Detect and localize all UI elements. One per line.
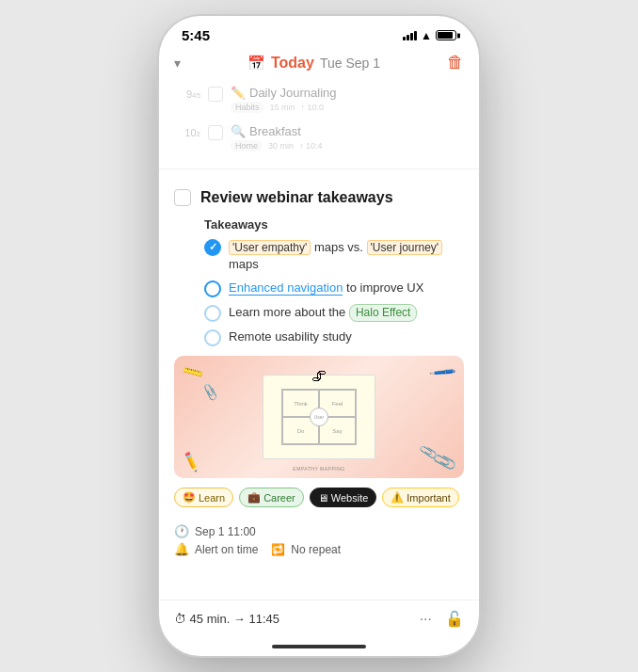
empathy-map: 🖇 Think Feel Do Say User EMPATHY MAPPING bbox=[263, 375, 375, 459]
task-duration: 30 min bbox=[268, 141, 294, 151]
tag-highlight: 'User empathy' bbox=[229, 240, 311, 255]
tags-row: 🤩 Learn 💼 Career 🖥 Website ⚠️ Important bbox=[174, 488, 464, 507]
scroll-content: 945 ✏️ Daily Journaling Habits 15 min ↑ … bbox=[159, 80, 479, 600]
task-time: 945 bbox=[174, 88, 200, 101]
enhanced-navigation-link[interactable]: Enhanced navigation bbox=[229, 280, 343, 296]
bar4 bbox=[414, 31, 417, 40]
task-tag: Habits bbox=[231, 102, 264, 113]
list-item: Remote usability study bbox=[178, 328, 460, 346]
date-row: 🕐 Sep 1 11:00 bbox=[174, 524, 464, 538]
check-outline-light-icon[interactable] bbox=[204, 305, 221, 322]
check-outline-light-icon[interactable] bbox=[204, 329, 221, 346]
more-options-icon[interactable]: ··· bbox=[420, 611, 432, 628]
takeaway-text: Learn more about the Halo Effect bbox=[229, 304, 417, 322]
main-task-header: Review webinar takeaways bbox=[174, 188, 464, 208]
task-time: 102 bbox=[174, 126, 200, 139]
takeaway-text: 'User empathy' maps vs. 'User journey' m… bbox=[229, 239, 460, 273]
deco-pencil: 📏 bbox=[181, 360, 206, 384]
takeaways-section: Takeaways ✓ 'User empathy' maps vs. 'Use… bbox=[174, 217, 464, 346]
calendar-icon: 📅 bbox=[247, 55, 265, 72]
repeat-icon: 🔁 bbox=[271, 543, 285, 556]
task-checkbox[interactable] bbox=[208, 87, 223, 102]
task-tag: Home bbox=[231, 140, 263, 152]
bar1 bbox=[403, 37, 406, 40]
task-footer: 🕐 Sep 1 11:00 🔔 Alert on time 🔁 No repea… bbox=[174, 517, 464, 564]
task-content: ✏️ Daily Journaling Habits 15 min ↑ 10:0 bbox=[231, 86, 464, 113]
main-task-card: Review webinar takeaways Takeaways ✓ 'Us… bbox=[159, 177, 479, 575]
task-end: ↑ 10:4 bbox=[299, 141, 323, 151]
app-header: ▾ 📅 Today Tue Sep 1 🗑 bbox=[159, 47, 479, 80]
task-meta: Home 30 min ↑ 10:4 bbox=[231, 140, 464, 152]
battery-fill bbox=[438, 32, 453, 39]
header-title: 📅 Today Tue Sep 1 bbox=[247, 55, 380, 72]
task-checkbox[interactable] bbox=[208, 125, 223, 140]
lock-icon[interactable]: 🔓 bbox=[445, 610, 464, 628]
tag-important[interactable]: ⚠️ Important bbox=[382, 488, 458, 507]
bottom-icons: ··· 🔓 bbox=[420, 610, 464, 628]
tag-highlight: 'User journey' bbox=[367, 240, 443, 255]
empathy-map-label: EMPATHY MAPPING bbox=[293, 466, 344, 472]
check-filled-icon[interactable]: ✓ bbox=[204, 239, 221, 256]
date-text: Sep 1 11:00 bbox=[195, 525, 256, 538]
task-name: Breakfast bbox=[249, 124, 301, 138]
task-title: 🔍 Breakfast bbox=[231, 124, 464, 138]
status-time: 5:45 bbox=[182, 27, 210, 43]
past-tasks-section: 945 ✏️ Daily Journaling Habits 15 min ↑ … bbox=[159, 80, 479, 165]
repeat-text: No repeat bbox=[291, 543, 341, 556]
tag-career[interactable]: 💼 Career bbox=[239, 488, 304, 507]
list-item: ✓ 'User empathy' maps vs. 'User journey'… bbox=[178, 239, 460, 273]
deco-pencil2: ✏️ bbox=[179, 450, 202, 473]
main-task-title: Review webinar takeaways bbox=[200, 188, 393, 208]
bottom-bar: ⏱ 45 min. → 11:45 ··· 🔓 bbox=[159, 600, 479, 641]
task-icon: ✏️ bbox=[231, 86, 246, 100]
list-item: Learn more about the Halo Effect bbox=[178, 304, 460, 322]
empathy-grid: Think Feel Do Say User bbox=[281, 389, 357, 445]
header-date: Tue Sep 1 bbox=[320, 56, 380, 71]
phone-frame: 5:45 ▲ ▾ 📅 Today Tue Sep 1 🗑 bbox=[159, 16, 479, 656]
home-indicator bbox=[159, 641, 479, 656]
task-icon: 🔍 bbox=[231, 124, 246, 138]
halo-effect-tag: Halo Effect bbox=[349, 304, 417, 322]
binder-clip-icon: 🖇 bbox=[311, 368, 327, 385]
task-end: ↑ 10:0 bbox=[301, 103, 325, 112]
signal-icon bbox=[403, 31, 417, 40]
task-image: 📏 🖊️ ✏️ 📎 📎 📎 🖇 Think Feel Do Say User bbox=[174, 356, 464, 478]
home-bar bbox=[272, 645, 366, 648]
takeaways-heading: Takeaways bbox=[178, 217, 460, 232]
deco-clip2: 📎 bbox=[200, 382, 220, 401]
bell-icon: 🔔 bbox=[174, 542, 189, 556]
main-task-checkbox[interactable] bbox=[174, 189, 191, 206]
status-icons: ▲ bbox=[403, 29, 456, 42]
back-chevron-icon[interactable]: ▾ bbox=[174, 56, 181, 71]
bar3 bbox=[410, 33, 413, 40]
task-duration: 15 min bbox=[270, 103, 295, 112]
clock-icon: 🕐 bbox=[174, 524, 189, 538]
alert-row: 🔔 Alert on time 🔁 No repeat bbox=[174, 542, 464, 556]
tag-learn[interactable]: 🤩 Learn bbox=[174, 488, 233, 507]
task-meta: Habits 15 min ↑ 10:0 bbox=[231, 102, 464, 113]
task-name: Daily Journaling bbox=[249, 86, 337, 100]
list-item[interactable]: 945 ✏️ Daily Journaling Habits 15 min ↑ … bbox=[159, 80, 479, 119]
empathy-center: User bbox=[310, 408, 328, 426]
takeaway-text: Enhanced navigation to improve UX bbox=[229, 280, 423, 296]
today-label: Today bbox=[271, 55, 314, 72]
battery-icon bbox=[436, 30, 456, 40]
list-item[interactable]: 102 🔍 Breakfast Home 30 min ↑ 10:4 bbox=[159, 119, 479, 157]
takeaway-text: Remote usability study bbox=[229, 328, 352, 345]
bar2 bbox=[407, 35, 409, 40]
task-content: 🔍 Breakfast Home 30 min ↑ 10:4 bbox=[231, 124, 464, 152]
tag-website[interactable]: 🖥 Website bbox=[310, 488, 377, 507]
duration-text: ⏱ 45 min. → 11:45 bbox=[174, 612, 279, 626]
wifi-icon: ▲ bbox=[421, 29, 432, 42]
alert-text: Alert on time bbox=[195, 543, 258, 556]
divider bbox=[159, 168, 479, 169]
deco-pen: 🖊️ bbox=[428, 358, 457, 387]
task-title: ✏️ Daily Journaling bbox=[231, 86, 464, 100]
trash-icon[interactable]: 🗑 bbox=[447, 53, 464, 72]
check-outline-blue-icon[interactable] bbox=[204, 280, 221, 297]
status-bar: 5:45 ▲ bbox=[159, 16, 479, 47]
list-item: Enhanced navigation to improve UX bbox=[178, 280, 460, 297]
